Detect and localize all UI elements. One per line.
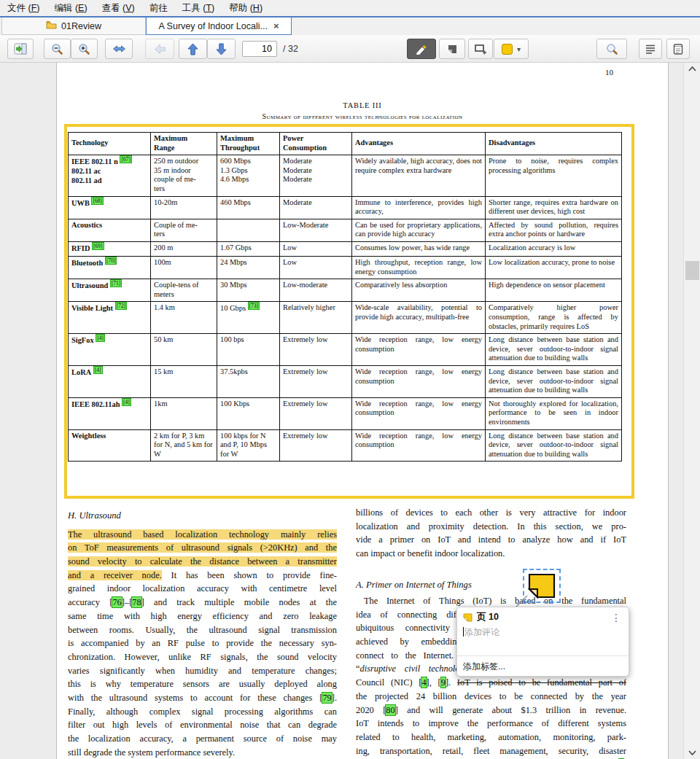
tab-label: 01Review [61, 21, 101, 31]
highlight-tool-button[interactable] [407, 39, 436, 59]
comment-popup: 页 10 ⋮ 添加评论 添加标签... [456, 607, 629, 677]
comment-popup-header: 页 10 ⋮ [457, 607, 629, 625]
text-caret [463, 627, 464, 637]
table-row: Visible Light [72]1.4 km10 Gbps [73]Rela… [69, 302, 622, 334]
page-down-arrow-icon [216, 43, 227, 55]
notepad-icon [673, 43, 683, 55]
next-page-button[interactable] [207, 39, 236, 59]
table-row: Ultrasound [71]Couple-tens of meters30 M… [69, 279, 622, 302]
tab-folder-01review[interactable]: 01Review [1, 17, 146, 35]
menu-item[interactable]: 前往 [142, 2, 175, 15]
wireless-technologies-table: TechnologyMaximum RangeMaximum Throughpu… [68, 132, 622, 462]
zoom-out-button[interactable] [44, 39, 71, 59]
tab-active-pdf[interactable]: A Survey of Indoor Locali... × [146, 17, 292, 35]
text-line: and a receiver node. It has been shown t… [68, 569, 337, 583]
menu-item[interactable]: 帮助 (H) [222, 2, 270, 15]
menu-item[interactable]: 编辑 (E) [47, 2, 94, 15]
text-line: with the ultrasound systems to account f… [68, 691, 337, 705]
table-caption-number: TABLE III [57, 101, 668, 109]
popup-title: 页 10 [477, 611, 605, 623]
vertical-scrollbar[interactable] [683, 63, 700, 759]
tab-close-icon[interactable]: × [273, 20, 279, 31]
menu-item[interactable]: 文件 (F) [0, 2, 47, 15]
table-header-row: TechnologyMaximum RangeMaximum Throughpu… [69, 133, 622, 155]
color-swatch [502, 44, 513, 55]
annotation-color-button[interactable]: ▾ [494, 39, 529, 59]
go-back-button[interactable] [145, 39, 174, 59]
add-tag-button[interactable]: 添加标签... [457, 655, 629, 677]
table-column-header: Advantages [352, 133, 486, 155]
comment-input[interactable]: 添加评论 [457, 625, 629, 655]
contents-button[interactable] [639, 39, 662, 59]
annotations-list-button[interactable] [666, 39, 690, 59]
text-line: between rooms. Usually, the ultrasound s… [68, 623, 337, 637]
scrollbar-thumb[interactable] [685, 261, 699, 280]
table-caption-title: Summary of different wireless technologi… [57, 112, 668, 120]
fit-width-button[interactable] [105, 39, 133, 59]
table-row: AcousticsCouple of me- tersLow-ModerateC… [69, 219, 622, 241]
text-line: is accompanied by an RF pulse to provide… [68, 637, 337, 650]
popup-menu-icon[interactable]: ⋮ [610, 612, 623, 623]
table-row: IEEE 802.11 n [67]802.11 ac802.11 ad250 … [69, 155, 622, 196]
sticky-note-tool-button[interactable] [439, 39, 465, 59]
previous-page-button[interactable] [179, 39, 207, 59]
table-column-header: Maximum Range [151, 133, 217, 155]
document-area: 10 TABLE III Summary of different wirele… [0, 63, 700, 759]
table-row: Weightless2 km for P, 3 km for N, and 5 … [69, 429, 622, 462]
text-line: The Internet of Things (IoT) is based on… [356, 594, 626, 608]
table-row: SigFox [4]50 km100 bpsExtremely lowWide … [69, 334, 622, 366]
table-row: RFID [69]200 m1.67 GbpsLowConsumes low p… [69, 241, 622, 256]
left-text-column: H. Ultrasound The ultrasound based local… [68, 509, 337, 759]
add-rectangle-tool-button[interactable] [468, 39, 493, 59]
text-line: related to health, marketing, automation… [356, 731, 626, 744]
menu-item[interactable]: 工具 (T) [175, 2, 222, 15]
sticky-note-icon [527, 573, 556, 599]
table-column-header: Maximum Throughput [217, 133, 280, 155]
text-line: sound velocity to calculate the distance… [68, 555, 337, 569]
search-button[interactable] [596, 39, 627, 59]
text-line: can impact or benefit indoor localizatio… [356, 547, 626, 561]
sticky-note-annotation[interactable] [523, 569, 561, 603]
page-number-input[interactable] [242, 41, 277, 57]
text-line: chronization. However, unlike RF signals… [68, 650, 337, 664]
right-paragraph-1: billions of devices to each other is ver… [356, 506, 626, 561]
toolbar: / 32 ▾ [0, 35, 700, 63]
menu-item[interactable]: 查看 (V) [95, 2, 142, 15]
text-line: filter out high levels of environmental … [68, 718, 337, 732]
sidebar-panel-icon [14, 43, 27, 55]
comment-placeholder: 添加评论 [464, 627, 499, 637]
table-row: IEEE 802.11ah [4]1km100 KbpsExtremely lo… [69, 397, 622, 429]
zoom-in-icon [78, 43, 90, 55]
scroll-up-button[interactable] [684, 63, 700, 75]
table-column-header: Disadvantages [486, 133, 622, 155]
text-line: Council (NIC) [4], [9]. IoT is poised to… [356, 676, 626, 690]
page-total-label: / 32 [283, 44, 298, 54]
text-line: still degrade the system performance sev… [68, 746, 337, 759]
menu-bar: 文件 (F)编辑 (E)查看 (V)前往工具 (T)帮助 (H) [0, 0, 700, 16]
popup-note-icon [463, 613, 472, 622]
scroll-down-button[interactable] [684, 747, 700, 759]
rectangle-plus-icon [474, 43, 487, 55]
text-line: Finally, although complex signal process… [68, 705, 337, 719]
text-lines-icon [645, 44, 656, 54]
text-line: IoT intends to improve the performance o… [356, 717, 626, 731]
folder-icon [46, 20, 57, 31]
text-line: accuracy [76]–[78] and track multiple mo… [68, 596, 337, 610]
zoom-out-icon [51, 43, 63, 55]
table-column-header: Power Consumption [280, 133, 352, 155]
tab-label: A Survey of Indoor Locali... [159, 21, 268, 31]
zoom-in-button[interactable] [71, 39, 98, 59]
toggle-sidebar-button[interactable] [7, 39, 34, 59]
text-line: same time with high energy efficiency an… [68, 610, 337, 623]
table-row: Bluetooth [70]100m24 MbpsLowHigh through… [69, 257, 622, 279]
table-row: UWB [68]10-20m460 MbpsModerateImmune to … [69, 196, 622, 219]
highlighter-icon [415, 43, 428, 55]
text-line: 2020 [80] and will generate about $1.3 t… [356, 704, 626, 717]
fit-width-icon [112, 44, 126, 54]
text-line: The ultrasound based localization techno… [68, 528, 337, 542]
text-line: the projected 24 billion devices to be c… [356, 690, 626, 704]
note-corner-icon [447, 44, 458, 55]
back-arrow-icon [154, 44, 166, 55]
pdf-viewer-window: 文件 (F)编辑 (E)查看 (V)前往工具 (T)帮助 (H) 01Revie… [0, 0, 700, 759]
text-line: billions of devices to each other is ver… [356, 506, 626, 520]
